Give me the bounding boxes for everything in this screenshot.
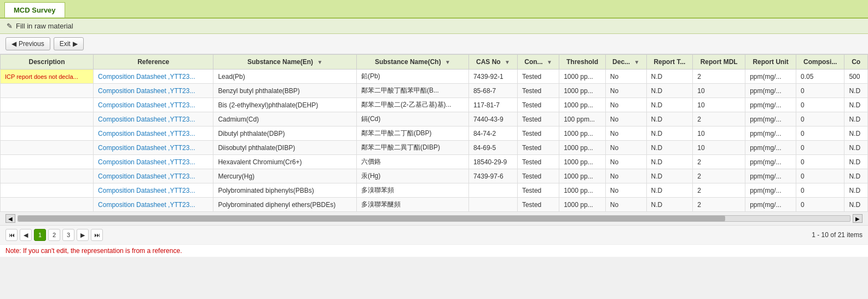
col-substance-en[interactable]: Substance Name(En) ▼ bbox=[213, 55, 357, 70]
col-substance-ch[interactable]: Substance Name(Ch) ▼ bbox=[356, 55, 468, 70]
scroll-thumb[interactable] bbox=[18, 216, 725, 221]
cell-cas-no: 117-81-7 bbox=[468, 98, 517, 112]
col-dec[interactable]: Dec... ▼ bbox=[605, 55, 646, 70]
cell-description bbox=[1, 198, 94, 212]
cell-report-mdl: 10 bbox=[693, 127, 745, 141]
cell-con: Tested bbox=[517, 141, 559, 155]
cell-substance-ch: 鄰苯二甲酸二異丁酯(DIBP) bbox=[356, 141, 468, 155]
note-bar: Note: If you can't edit, the representat… bbox=[0, 244, 868, 257]
cell-substance-ch: 多溴聯苯頻 bbox=[356, 183, 468, 198]
cell-report-unit: ppm(mg/... bbox=[745, 169, 796, 183]
cell-dec: No bbox=[605, 183, 646, 198]
cell-dec: No bbox=[605, 127, 646, 141]
cell-substance-ch: 鄰苯二甲酸二(2-乙基己基)基)... bbox=[356, 98, 468, 112]
cell-substance-en: Dibutyl phthalate(DBP) bbox=[213, 127, 357, 141]
table-row: Composition Datasheet ,YTT23...Cadmium(C… bbox=[1, 112, 868, 127]
col-cas-no[interactable]: CAS No ▼ bbox=[468, 55, 517, 70]
cell-report-t: N.D bbox=[646, 183, 693, 198]
filter-icon-con[interactable]: ▼ bbox=[547, 59, 552, 65]
horizontal-scrollbar[interactable]: ◀ ▶ bbox=[0, 212, 868, 225]
cell-co: N.D bbox=[844, 98, 868, 112]
cell-threshold: 1000 pp... bbox=[559, 98, 606, 112]
cell-co: 500 bbox=[844, 70, 868, 84]
scroll-left-arrow[interactable]: ◀ bbox=[5, 214, 15, 223]
col-co: Co bbox=[844, 55, 868, 70]
col-reference: Reference bbox=[94, 55, 213, 70]
filter-icon-substance-en[interactable]: ▼ bbox=[317, 59, 322, 65]
cell-reference[interactable]: Composition Datasheet ,YTT23... bbox=[94, 84, 213, 98]
cell-dec: No bbox=[605, 198, 646, 212]
cell-composi: 0 bbox=[796, 183, 844, 198]
cell-report-t: N.D bbox=[646, 127, 693, 141]
cell-description bbox=[1, 98, 94, 112]
cell-substance-en: Diisobutyl phthalate(DIBP) bbox=[213, 141, 357, 155]
page-2-button[interactable]: 2 bbox=[48, 229, 60, 241]
cell-description bbox=[1, 141, 94, 155]
cell-composi: 0.05 bbox=[796, 70, 844, 84]
cell-dec: No bbox=[605, 169, 646, 183]
cell-substance-ch: 鄰苯二甲酸丁酯苯甲酯(B... bbox=[356, 84, 468, 98]
next-page-button[interactable]: ▶ bbox=[77, 229, 89, 241]
cell-substance-en: Hexavalent Chromium(Cr6+) bbox=[213, 155, 357, 169]
cell-substance-en: Lead(Pb) bbox=[213, 70, 357, 84]
cell-cas-no: 84-74-2 bbox=[468, 127, 517, 141]
cell-reference[interactable]: Composition Datasheet ,YTT23... bbox=[94, 112, 213, 127]
pagination-bar: ⏮ ◀ 1 2 3 ▶ ⏭ 1 - 10 of 21 items bbox=[0, 225, 868, 244]
page-header: ✎ Fill in raw material bbox=[0, 19, 868, 34]
cell-report-unit: ppm(mg/... bbox=[745, 98, 796, 112]
cell-threshold: 1000 pp... bbox=[559, 84, 606, 98]
cell-report-mdl: 2 bbox=[693, 169, 745, 183]
cell-report-t: N.D bbox=[646, 70, 693, 84]
cell-report-t: N.D bbox=[646, 155, 693, 169]
cell-report-unit: ppm(mg/... bbox=[745, 84, 796, 98]
cell-report-mdl: 2 bbox=[693, 70, 745, 84]
page-1-button[interactable]: 1 bbox=[34, 229, 46, 241]
cell-composi: 0 bbox=[796, 155, 844, 169]
cell-reference[interactable]: Composition Datasheet ,YTT23... bbox=[94, 141, 213, 155]
cell-con: Tested bbox=[517, 155, 559, 169]
scroll-track[interactable] bbox=[18, 215, 850, 222]
prev-page-button[interactable]: ◀ bbox=[20, 229, 32, 241]
col-con[interactable]: Con... ▼ bbox=[517, 55, 559, 70]
cell-con: Tested bbox=[517, 183, 559, 198]
cell-description bbox=[1, 84, 94, 98]
col-composi: Composi... bbox=[796, 55, 844, 70]
cell-reference[interactable]: Composition Datasheet ,YTT23... bbox=[94, 155, 213, 169]
page-3-button[interactable]: 3 bbox=[62, 229, 74, 241]
cell-cas-no: 7439-92-1 bbox=[468, 70, 517, 84]
cell-reference[interactable]: Composition Datasheet ,YTT23... bbox=[94, 127, 213, 141]
previous-button[interactable]: ◀ Previous bbox=[5, 37, 50, 50]
tab-mcd-survey[interactable]: MCD Survey bbox=[4, 2, 65, 18]
toolbar: ◀ Previous Exit ▶ bbox=[0, 34, 868, 54]
exit-label: Exit bbox=[60, 40, 71, 48]
table-row: Composition Datasheet ,YTT23...Dibutyl p… bbox=[1, 127, 868, 141]
filter-icon-cas-no[interactable]: ▼ bbox=[505, 59, 510, 65]
note-text: Note: If you can't edit, the representat… bbox=[5, 247, 182, 255]
cell-threshold: 1000 pp... bbox=[559, 155, 606, 169]
cell-reference[interactable]: Composition Datasheet ,YTT23... bbox=[94, 198, 213, 212]
filter-icon-substance-ch[interactable]: ▼ bbox=[445, 59, 450, 65]
main-table: Description Reference Substance Name(En)… bbox=[0, 54, 868, 212]
cell-report-mdl: 2 bbox=[693, 155, 745, 169]
cell-con: Tested bbox=[517, 112, 559, 127]
cell-reference[interactable]: Composition Datasheet ,YTT23... bbox=[94, 183, 213, 198]
cell-reference[interactable]: Composition Datasheet ,YTT23... bbox=[94, 70, 213, 84]
cell-report-unit: ppm(mg/... bbox=[745, 141, 796, 155]
last-page-button[interactable]: ⏭ bbox=[91, 229, 103, 241]
cell-report-mdl: 2 bbox=[693, 183, 745, 198]
cell-reference[interactable]: Composition Datasheet ,YTT23... bbox=[94, 169, 213, 183]
cell-cas-no: 7439-97-6 bbox=[468, 169, 517, 183]
cell-con: Tested bbox=[517, 70, 559, 84]
cell-reference[interactable]: Composition Datasheet ,YTT23... bbox=[94, 98, 213, 112]
exit-button[interactable]: Exit ▶ bbox=[54, 37, 84, 50]
cell-substance-ch: 鎘(Cd) bbox=[356, 112, 468, 127]
cell-threshold: 1000 pp... bbox=[559, 70, 606, 84]
filter-icon-dec[interactable]: ▼ bbox=[634, 59, 639, 65]
cell-description bbox=[1, 127, 94, 141]
table-row: Composition Datasheet ,YTT23...Polybromi… bbox=[1, 198, 868, 212]
first-page-button[interactable]: ⏮ bbox=[5, 229, 18, 241]
cell-cas-no: 84-69-5 bbox=[468, 141, 517, 155]
cell-report-t: N.D bbox=[646, 98, 693, 112]
scroll-right-arrow[interactable]: ▶ bbox=[853, 214, 863, 223]
cell-report-unit: ppm(mg/... bbox=[745, 70, 796, 84]
